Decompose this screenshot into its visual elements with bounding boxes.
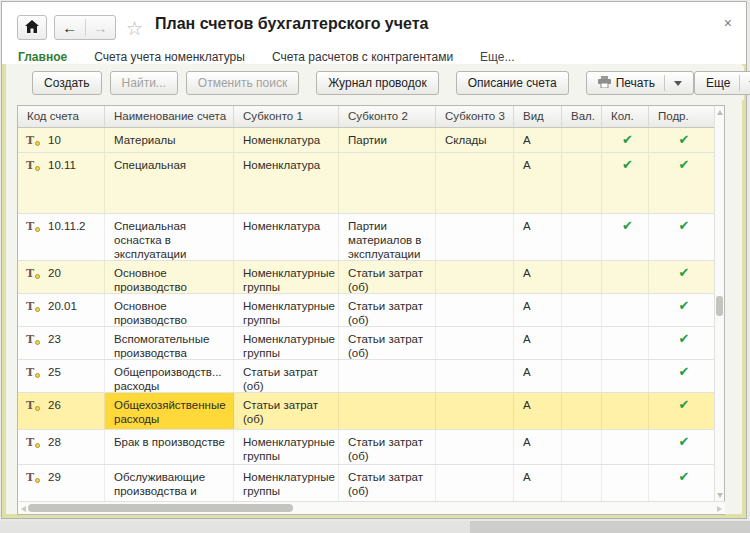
col-header-subkonto3[interactable]: Субконто 3 — [436, 106, 514, 127]
home-button[interactable] — [17, 15, 47, 40]
account-name-cell[interactable]: Основное производство — [105, 261, 234, 293]
podr-cell[interactable]: ✔ — [649, 153, 715, 213]
subkonto2-cell[interactable]: Статьи затрат (об) — [339, 327, 436, 359]
val-cell[interactable] — [562, 153, 602, 213]
subkonto3-cell[interactable]: Склады — [436, 128, 514, 152]
col-header-val[interactable]: Вал. — [562, 106, 602, 127]
kol-cell[interactable] — [602, 465, 649, 501]
account-code-cell[interactable]: Т10.11.2 — [18, 214, 105, 260]
account-name-cell[interactable]: Общехозяйственные расходы — [105, 393, 234, 429]
val-cell[interactable] — [562, 214, 602, 260]
podr-cell[interactable]: ✔ — [649, 128, 715, 152]
col-header-podr[interactable]: Подр. — [649, 106, 715, 127]
subkonto3-cell[interactable] — [436, 430, 514, 464]
journal-provodok-button[interactable]: Журнал проводок — [316, 71, 439, 95]
subkonto2-cell[interactable] — [339, 360, 436, 392]
menu-item-scheta-raschetov[interactable]: Счета расчетов с контрагентами — [272, 50, 453, 64]
account-code-cell[interactable]: Т25 — [18, 360, 105, 392]
subkonto3-cell[interactable] — [436, 214, 514, 260]
vid-cell[interactable]: А — [514, 465, 562, 501]
back-button[interactable]: ← — [55, 19, 86, 36]
subkonto1-cell[interactable]: Номенклатура — [234, 214, 339, 260]
account-code-cell[interactable]: Т23 — [18, 327, 105, 359]
subkonto3-cell[interactable] — [436, 153, 514, 213]
subkonto1-cell[interactable]: Статьи затрат (об) — [234, 393, 339, 429]
scroll-down-arrow-icon[interactable] — [717, 493, 723, 498]
vid-cell[interactable]: А — [514, 430, 562, 464]
kol-cell[interactable]: ✔ — [602, 214, 649, 260]
account-row-26[interactable]: Т26Общехозяйственные расходыСтатьи затра… — [18, 393, 715, 430]
podr-cell[interactable]: ✔ — [649, 430, 715, 464]
menu-item-scheta-ucheta-nomenklatury[interactable]: Счета учета номенклатуры — [94, 50, 245, 64]
subkonto2-cell[interactable]: Статьи затрат (об) — [339, 294, 436, 326]
account-row-29[interactable]: Т29Обслуживающие производства иНоменклат… — [18, 465, 715, 502]
col-header-naimenovanie[interactable]: Наименование счета — [105, 106, 234, 127]
kol-cell[interactable] — [602, 261, 649, 293]
val-cell[interactable] — [562, 294, 602, 326]
account-name-cell[interactable]: Материалы — [105, 128, 234, 152]
subkonto1-cell[interactable]: Номенклатурные группы — [234, 430, 339, 464]
account-name-cell[interactable]: Специальная — [105, 153, 234, 213]
vid-cell[interactable]: А — [514, 153, 562, 213]
kol-cell[interactable]: ✔ — [602, 153, 649, 213]
find-button[interactable]: Найти... — [110, 71, 178, 95]
forward-button[interactable]: → — [86, 19, 116, 36]
cancel-search-button[interactable]: Отменить поиск — [186, 71, 299, 95]
subkonto2-cell[interactable]: Статьи затрат (об) — [339, 261, 436, 293]
val-cell[interactable] — [562, 360, 602, 392]
favorite-star-icon[interactable]: ☆ — [126, 17, 143, 40]
vid-cell[interactable]: А — [514, 128, 562, 152]
vid-cell[interactable]: А — [514, 214, 562, 260]
horizontal-scroll-thumb[interactable] — [28, 504, 293, 512]
subkonto3-cell[interactable] — [436, 294, 514, 326]
subkonto2-cell[interactable]: Статьи затрат (об) — [339, 465, 436, 501]
account-description-button[interactable]: Описание счета — [456, 71, 569, 95]
account-row-28[interactable]: Т28Брак в производствеНоменклатурные гру… — [18, 430, 715, 465]
val-cell[interactable] — [562, 430, 602, 464]
close-icon[interactable]: × — [724, 16, 732, 30]
val-cell[interactable] — [562, 393, 602, 429]
horizontal-scrollbar[interactable] — [18, 501, 725, 514]
vid-cell[interactable]: А — [514, 360, 562, 392]
vertical-scroll-thumb[interactable] — [716, 296, 723, 316]
kol-cell[interactable] — [602, 430, 649, 464]
subkonto1-cell[interactable]: Статьи затрат (об) — [234, 360, 339, 392]
subkonto3-cell[interactable] — [436, 393, 514, 429]
account-row-20.01[interactable]: Т20.01Основное производствоНоменклатурны… — [18, 294, 715, 327]
account-row-25[interactable]: Т25Общепроизводств... расходыСтатьи затр… — [18, 360, 715, 393]
account-row-10[interactable]: Т10МатериалыНоменклатураПартииСкладыА✔✔ — [18, 128, 715, 153]
val-cell[interactable] — [562, 327, 602, 359]
account-row-10.11.2[interactable]: Т10.11.2Специальная оснастка в эксплуата… — [18, 214, 715, 261]
account-code-cell[interactable]: Т20.01 — [18, 294, 105, 326]
account-name-cell[interactable]: Обслуживающие производства и — [105, 465, 234, 501]
account-name-cell[interactable]: Вспомогательные производства — [105, 327, 234, 359]
account-code-cell[interactable]: Т26 — [18, 393, 105, 429]
subkonto1-cell[interactable]: Номенклатурные группы — [234, 465, 339, 501]
podr-cell[interactable]: ✔ — [649, 214, 715, 260]
subkonto2-cell[interactable]: Партии материалов в эксплуатации — [339, 214, 436, 260]
col-header-subkonto2[interactable]: Субконто 2 — [339, 106, 436, 127]
kol-cell[interactable] — [602, 393, 649, 429]
account-name-cell[interactable]: Основное производство — [105, 294, 234, 326]
account-row-23[interactable]: Т23Вспомогательные производстваНоменклат… — [18, 327, 715, 360]
val-cell[interactable] — [562, 261, 602, 293]
subkonto3-cell[interactable] — [436, 261, 514, 293]
subkonto3-cell[interactable] — [436, 465, 514, 501]
kol-cell[interactable] — [602, 360, 649, 392]
subkonto3-cell[interactable] — [436, 360, 514, 392]
podr-cell[interactable]: ✔ — [649, 261, 715, 293]
subkonto2-cell[interactable]: Партии — [339, 128, 436, 152]
scroll-up-arrow-icon[interactable] — [717, 110, 723, 115]
account-row-20[interactable]: Т20Основное производствоНоменклатурные г… — [18, 261, 715, 294]
account-code-cell[interactable]: Т10.11 — [18, 153, 105, 213]
subkonto2-cell[interactable] — [339, 153, 436, 213]
kol-cell[interactable] — [602, 294, 649, 326]
menu-item-more[interactable]: Еще... — [480, 50, 514, 64]
scroll-left-arrow-icon[interactable] — [21, 506, 26, 512]
print-button[interactable]: Печать — [586, 71, 694, 95]
vid-cell[interactable]: А — [514, 327, 562, 359]
subkonto1-cell[interactable]: Номенклатура — [234, 153, 339, 213]
account-name-cell[interactable]: Специальная оснастка в эксплуатации — [105, 214, 234, 260]
val-cell[interactable] — [562, 128, 602, 152]
account-code-cell[interactable]: Т28 — [18, 430, 105, 464]
